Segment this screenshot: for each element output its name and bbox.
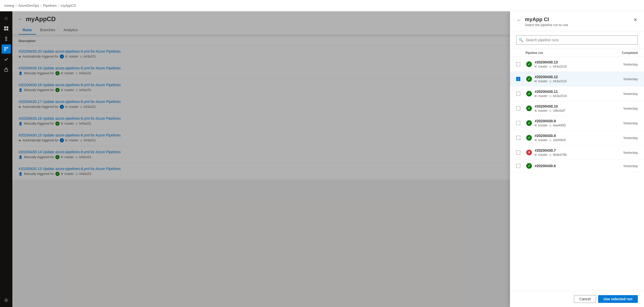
commit-icon: ◇: [549, 79, 551, 83]
commit-icon: ◇: [549, 109, 551, 112]
search-icon: 🔍: [519, 38, 523, 42]
status-success-icon: ✓: [526, 163, 532, 169]
panel-close-button[interactable]: ✕: [633, 17, 638, 23]
run-checkbox[interactable]: [516, 62, 525, 66]
run-completed: Yesterday: [612, 107, 638, 110]
status-success-icon: ✓: [526, 76, 532, 82]
panel-run-row[interactable]: ✓ #20200430.8 ⑆ master ◇ 16ef49c9 Yester…: [510, 131, 644, 145]
svg-point-6: [7, 47, 8, 49]
run-checkbox[interactable]: [516, 136, 525, 140]
run-completed: Yesterday: [612, 136, 638, 140]
commit-icon: ◇: [549, 124, 551, 127]
status-success-icon: ✓: [526, 120, 532, 126]
svg-rect-8: [5, 69, 8, 71]
panel-run-row[interactable]: ✓ #20200430.11 ⑆ master ◇ b43a1516 Yeste…: [510, 86, 644, 101]
panel-run-row[interactable]: ✕ #20200430.7 ⑆ master ◇ 80db478b Yester…: [510, 145, 644, 160]
branch-icon: ⑆: [535, 65, 537, 68]
run-completed: Yesterday: [612, 121, 638, 125]
run-completed: Yesterday: [612, 164, 638, 168]
svg-rect-3: [6, 29, 8, 30]
run-name: #20200430.8: [535, 134, 612, 138]
sidebar-icon-boards[interactable]: [2, 24, 11, 33]
pipeline-run-panel: ← myApp CI Select the pipeline run to us…: [510, 11, 644, 307]
commit-icon: ◇: [549, 65, 551, 68]
branch-icon: ⑆: [535, 109, 537, 112]
panel-column-headers: Pipeline run Completed: [510, 49, 644, 57]
status-error-icon: ✕: [526, 150, 532, 155]
branch-icon: ⑆: [535, 94, 537, 98]
run-checkbox[interactable]: [516, 77, 525, 81]
run-completed: Yesterday: [612, 77, 638, 81]
run-meta: ⑆ master ◇ b43a1516: [535, 65, 612, 68]
run-meta: ⑆ master ◇ b43a1516: [535, 79, 612, 83]
run-meta: ⑆ master ◇ eaa406f3: [535, 124, 612, 127]
panel-subtitle: Select the pipeline run to use: [525, 23, 568, 27]
branch-icon: ⑆: [535, 79, 537, 83]
panel-header: ← myApp CI Select the pipeline run to us…: [510, 11, 644, 31]
checkbox[interactable]: [516, 150, 520, 155]
run-name: #20200430.12: [535, 75, 612, 79]
checkbox[interactable]: [516, 77, 520, 81]
run-meta: ⑆ master ◇ c9bc0af7: [535, 109, 612, 112]
run-meta: ⑆ master ◇ 16ef49c9: [535, 138, 612, 142]
panel-run-list: ✓ #20200430.13 ⑆ master ◇ b43a1516 Yeste…: [510, 57, 644, 291]
svg-point-9: [6, 300, 7, 301]
run-checkbox[interactable]: [516, 164, 525, 168]
panel-run-row[interactable]: ✓ #20200430.6 Yesterday: [510, 160, 644, 172]
breadcrumb-page[interactable]: myAppCD: [61, 4, 76, 7]
checkbox[interactable]: [516, 92, 520, 96]
panel-footer: Cancel Use selected run: [510, 291, 644, 307]
panel-run-row[interactable]: ✓ #20200430.12 ⑆ master ◇ b43a1516 Yeste…: [510, 72, 644, 86]
run-meta: ⑆ master ◇ 80db478b: [535, 153, 612, 157]
checkbox[interactable]: [516, 164, 520, 168]
run-meta: ⑆ master ◇ b43a1516: [535, 94, 612, 98]
cancel-button[interactable]: Cancel: [574, 295, 596, 303]
svg-rect-2: [4, 29, 6, 30]
main-area: ← myAppCD Runs Branches Analytics Descri…: [12, 11, 644, 307]
panel-run-row[interactable]: ✓ #20200430.10 ⑆ master ◇ c9bc0af7 Yeste…: [510, 101, 644, 116]
col-pipeline-run: Pipeline run: [525, 51, 612, 55]
run-name: #20200430.13: [535, 60, 612, 64]
panel-back-button[interactable]: ←: [516, 17, 522, 23]
breadcrumb-bar: mseng / AzureDevOps / Pipelines / myAppC…: [0, 0, 644, 11]
panel-run-row[interactable]: ✓ #20200430.13 ⑆ master ◇ b43a1516 Yeste…: [510, 57, 644, 72]
breadcrumb-org[interactable]: mseng: [4, 4, 14, 7]
run-name: #20200430.7: [535, 148, 612, 152]
status-success-icon: ✓: [526, 91, 532, 96]
sidebar-icon-pipelines[interactable]: [2, 44, 11, 54]
run-checkbox[interactable]: [516, 106, 525, 110]
branch-icon: ⑆: [535, 153, 537, 157]
run-checkbox[interactable]: [516, 121, 525, 125]
col-completed: Completed: [612, 51, 638, 55]
sidebar-icon-artifacts[interactable]: [2, 65, 11, 74]
run-completed: Yesterday: [612, 62, 638, 66]
status-success-icon: ✓: [526, 106, 532, 111]
sidebar-icon-overview[interactable]: ⌂: [2, 13, 11, 23]
panel-run-row[interactable]: ✓ #20200430.9 ⑆ master ◇ eaa406f3 Yester…: [510, 116, 644, 131]
breadcrumb-project[interactable]: AzureDevOps: [18, 4, 39, 7]
checkbox[interactable]: [516, 106, 520, 110]
run-checkbox[interactable]: [516, 150, 525, 155]
svg-rect-0: [4, 26, 6, 28]
use-selected-run-button[interactable]: Use selected run: [598, 295, 638, 303]
branch-icon: ⑆: [535, 138, 537, 142]
search-input[interactable]: [516, 35, 638, 45]
checkbox[interactable]: [516, 62, 520, 66]
checkbox[interactable]: [516, 136, 520, 140]
branch-icon: ⑆: [535, 124, 537, 127]
svg-rect-1: [6, 26, 8, 28]
run-name: #20200430.9: [535, 119, 612, 123]
run-name: #20200430.6: [535, 164, 612, 168]
status-success-icon: ✓: [526, 135, 532, 141]
svg-point-4: [5, 37, 7, 38]
run-name: #20200430.10: [535, 104, 612, 108]
sidebar-icon-settings[interactable]: [2, 296, 11, 305]
run-name: #20200430.11: [535, 90, 612, 94]
sidebar-icon-testplans[interactable]: [2, 55, 11, 64]
run-completed: Yesterday: [612, 151, 638, 155]
run-checkbox[interactable]: [516, 92, 525, 96]
breadcrumb-section[interactable]: Pipelines: [43, 4, 57, 7]
checkbox[interactable]: [516, 121, 520, 125]
status-success-icon: ✓: [526, 61, 532, 67]
sidebar-icon-repos[interactable]: [2, 34, 11, 43]
